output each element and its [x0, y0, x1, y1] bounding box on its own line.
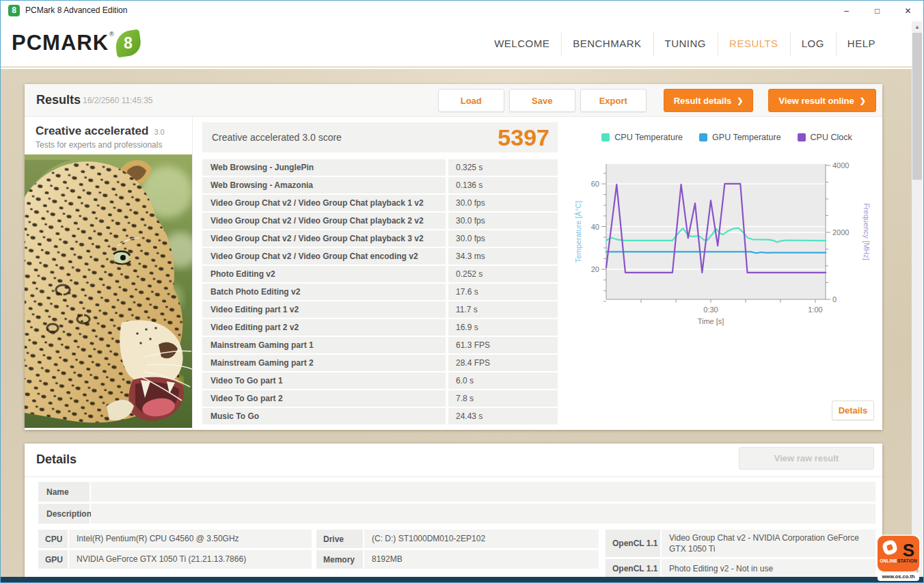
- online-station-logo: S ONLINESTATION: [878, 536, 919, 571]
- sys-label: OpenCL 1.1: [606, 530, 660, 557]
- app-window: 8 PCMark 8 Advanced Edition – □ ✕ PCMARK…: [0, 0, 924, 583]
- pcmark-logo: PCMARK ® 8: [12, 29, 141, 57]
- score-box: Creative accelerated 3.0 score 5397: [202, 122, 558, 152]
- app-header: PCMARK ® 8 WELCOMEBENCHMARKTUNINGRESULTS…: [1, 21, 912, 68]
- test-name: Photo Editing v2: [202, 266, 446, 282]
- view-result-online-label: View result online: [778, 96, 854, 106]
- test-value: 30.0 fps: [448, 230, 558, 247]
- test-name: Video To Go part 1: [202, 372, 446, 389]
- system-info-mid: Drive(C: D:) ST1000DM010-2EP102Memory819…: [316, 530, 599, 571]
- leopard-image: [25, 154, 192, 428]
- logo-text: PCMARK: [12, 29, 109, 57]
- scrollbar-thumb[interactable]: [912, 33, 922, 180]
- table-row: Video To Go part 16.0 s: [202, 372, 558, 389]
- result-details-label: Result details: [674, 96, 732, 106]
- legend-label: CPU Clock: [811, 133, 852, 142]
- test-value: 17.6 s: [448, 284, 558, 300]
- sys-label: CPU: [38, 530, 68, 548]
- test-name: Music To Go: [202, 408, 446, 424]
- save-button[interactable]: Save: [509, 89, 575, 112]
- nav-item-tuning[interactable]: TUNING: [653, 21, 718, 66]
- meta-row: Description: [38, 504, 875, 524]
- score-value: 5397: [498, 124, 549, 151]
- meta-row: Name: [38, 482, 875, 502]
- sys-value: NVIDIA GeForce GTX 1050 Ti (21.21.13.786…: [69, 550, 312, 569]
- test-name: Video Group Chat v2 / Video Group Chat e…: [202, 248, 446, 265]
- table-row: Video Group Chat v2 / Video Group Chat p…: [202, 213, 558, 229]
- svg-text:0:30: 0:30: [703, 306, 718, 314]
- test-name: Mainstream Gaming part 2: [202, 355, 446, 371]
- minimize-icon[interactable]: –: [831, 1, 862, 21]
- test-value: 0.325 s: [448, 159, 558, 176]
- export-button[interactable]: Export: [580, 89, 647, 112]
- online-station-watermark: S ONLINESTATION www.os.co.th: [878, 536, 919, 581]
- leaf-8-icon: 8: [113, 29, 142, 58]
- test-value: 11.7 s: [448, 301, 558, 318]
- nav-item-help[interactable]: HELP: [836, 21, 887, 66]
- divider: [25, 476, 882, 477]
- test-name: Video Group Chat v2 / Video Group Chat p…: [202, 213, 446, 229]
- nav-item-results[interactable]: RESULTS: [718, 21, 790, 66]
- svg-text:4000: 4000: [832, 161, 849, 170]
- sys-label: Drive: [316, 530, 363, 548]
- meta-value: [91, 482, 875, 502]
- legend-item: CPU Clock: [798, 133, 852, 142]
- meta-label: Name: [38, 482, 90, 502]
- os-ring-icon: [881, 539, 898, 556]
- sys-row: Drive(C: D:) ST1000DM010-2EP102: [316, 530, 599, 548]
- test-name: Batch Photo Editing v2: [202, 284, 446, 300]
- test-value: 0.252 s: [448, 266, 558, 282]
- table-row: Batch Photo Editing v217.6 s: [202, 284, 558, 300]
- test-name: Video Editing part 2 v2: [202, 319, 446, 336]
- view-result-online-button[interactable]: View result online ❯: [768, 89, 876, 112]
- sys-label: OpenCL 1.1: [606, 559, 660, 578]
- table-row: Music To Go24.43 s: [202, 408, 558, 424]
- maximize-icon[interactable]: □: [862, 1, 893, 21]
- chevron-right-icon: ❯: [860, 96, 866, 105]
- chevron-right-icon: ❯: [737, 96, 743, 105]
- registered-mark: ®: [109, 31, 114, 38]
- results-header: Results 16/2/2560 11:45:35 Load Save Exp…: [25, 84, 882, 117]
- window-title: PCMark 8 Advanced Edition: [25, 5, 127, 15]
- test-value: 0.136 s: [448, 177, 558, 193]
- system-info-left: CPUIntel(R) Pentium(R) CPU G4560 @ 3.50G…: [38, 530, 312, 571]
- table-row: Web Browsing - JunglePin0.325 s: [202, 159, 558, 176]
- load-button[interactable]: Load: [438, 89, 504, 112]
- benchmark-panel: Creative accelerated3.0 Tests for expert…: [25, 117, 193, 430]
- test-value: 30.0 fps: [448, 195, 558, 211]
- close-icon[interactable]: ✕: [893, 1, 923, 21]
- vertical-scrollbar[interactable]: ▲ ▼: [912, 21, 923, 577]
- performance-chart: 2040600200040000:301:00Temperature [Â°C]…: [571, 154, 882, 332]
- test-value: 6.0 s: [448, 372, 558, 389]
- sys-label: Memory: [316, 550, 363, 569]
- legend-swatch: [699, 133, 707, 141]
- meta-value: [91, 504, 875, 524]
- svg-text:40: 40: [591, 223, 599, 231]
- sys-label: GPU: [38, 550, 68, 569]
- table-row: Mainstream Gaming part 161.3 FPS: [202, 337, 558, 353]
- table-row: Video Editing part 2 v216.9 s: [202, 319, 558, 336]
- view-raw-result-button[interactable]: View raw result: [739, 447, 874, 470]
- scroll-up-icon[interactable]: ▲: [912, 21, 923, 33]
- test-name: Video Group Chat v2 / Video Group Chat p…: [202, 230, 446, 247]
- svg-text:20: 20: [591, 265, 599, 273]
- watermark-url: www.os.co.th: [878, 573, 919, 581]
- table-row: Video Editing part 1 v211.7 s: [202, 301, 558, 318]
- benchmark-name: Creative accelerated3.0: [36, 124, 165, 138]
- nav-item-benchmark[interactable]: BENCHMARK: [561, 21, 653, 66]
- test-value: 28.4 FPS: [448, 355, 558, 371]
- chart-details-button[interactable]: Details: [832, 401, 874, 420]
- details-meta: NameDescription: [38, 482, 875, 526]
- table-row: Mainstream Gaming part 228.4 FPS: [202, 355, 558, 371]
- sys-value: Video Group Chat v2 - NVIDIA Corporation…: [662, 530, 875, 557]
- legend-swatch: [601, 133, 610, 141]
- sys-value: Intel(R) Pentium(R) CPU G4560 @ 3.50GHz: [69, 530, 312, 548]
- nav-item-log[interactable]: LOG: [790, 21, 836, 66]
- app-icon: 8: [8, 5, 20, 16]
- result-details-button[interactable]: Result details ❯: [664, 89, 754, 112]
- nav-item-welcome[interactable]: WELCOME: [483, 21, 561, 66]
- test-name: Video Editing part 1 v2: [202, 301, 446, 318]
- watermark-brand: ONLINESTATION: [878, 558, 919, 563]
- sys-row: GPUNVIDIA GeForce GTX 1050 Ti (21.21.13.…: [38, 550, 312, 569]
- results-table: Web Browsing - JunglePin0.325 sWeb Brows…: [202, 159, 558, 426]
